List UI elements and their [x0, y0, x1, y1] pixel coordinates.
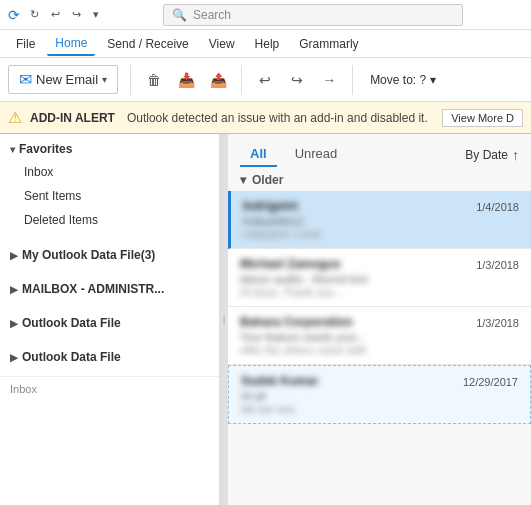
favorites-chevron: ▾	[10, 144, 15, 155]
outlook-data-file-chevron: ▶	[10, 250, 18, 261]
mailbox-label: MAILBOX - ADMINISTR...	[22, 282, 164, 296]
sidebar: ▾ Favorites Inbox Sent Items Deleted Ite…	[0, 134, 220, 505]
new-email-icon: ✉	[19, 70, 32, 89]
move-button[interactable]: 📤	[203, 65, 233, 95]
redo-btn[interactable]: ↪	[68, 6, 85, 23]
email-subject: Hi all	[241, 390, 518, 402]
outlook-data-file-2-header[interactable]: ▶ Outlook Data File	[0, 308, 219, 334]
sidebar-item-deleted[interactable]: Deleted Items	[0, 208, 219, 232]
move-to-label: Move to: ?	[370, 73, 426, 87]
outlook-data-file-header[interactable]: ▶ My Outlook Data File(3)	[0, 240, 219, 266]
outlook-data-file-3-chevron: ▶	[10, 352, 18, 363]
view-more-button[interactable]: View More D	[442, 109, 523, 127]
tab-unread[interactable]: Unread	[285, 142, 348, 167]
alert-label: ADD-IN ALERT	[30, 111, 115, 125]
mailbox-header[interactable]: ▶ MAILBOX - ADMINISTR...	[0, 274, 219, 300]
toolbar-group-actions: 🗑 📥 📤	[139, 65, 233, 95]
alert-icon: ⚠	[8, 108, 22, 127]
toolbar-divider-3	[352, 65, 353, 95]
delete-button[interactable]: 🗑	[139, 65, 169, 95]
outlook-data-file-2-label: Outlook Data File	[22, 316, 121, 330]
archive-button[interactable]: 📥	[171, 65, 201, 95]
sidebar-item-inbox[interactable]: Inbox	[0, 160, 219, 184]
email-preview: offer the others came with	[240, 344, 519, 356]
email-panel: All Unread By Date ↑ ▾ Older Indrigeint …	[228, 134, 531, 505]
group-label: Older	[252, 173, 283, 187]
toolbar-divider-1	[130, 65, 131, 95]
collapse-handle-icon: |	[223, 314, 226, 325]
move-to-button[interactable]: Move to: ? ▾	[361, 68, 445, 92]
email-preview: Hi boss, Thank you...	[240, 286, 519, 298]
redo-button[interactable]: ↪	[282, 65, 312, 95]
email-date: 1/3/2018	[476, 317, 519, 329]
email-row[interactable]: Michael Zamogus labour audits - blurred …	[228, 249, 531, 307]
new-email-label: New Email	[36, 72, 98, 87]
search-icon: 🔍	[172, 8, 187, 22]
main-layout: ▾ Favorites Inbox Sent Items Deleted Ite…	[0, 134, 531, 505]
sidebar-bottom-label: Inbox	[0, 376, 219, 401]
sidebar-separator-5	[0, 368, 219, 376]
menu-bar: File Home Send / Receive View Help Gramm…	[0, 30, 531, 58]
menu-view[interactable]: View	[201, 33, 243, 55]
toolbar: ✉ New Email ▾ 🗑 📥 📤 ↩ ↪ → Move to: ? ▾	[0, 58, 531, 102]
outlook-data-file-label: My Outlook Data File(3)	[22, 248, 155, 262]
title-bar-controls: ↻ ↩ ↪ ▾	[26, 6, 103, 23]
outlook-data-file-3-header[interactable]: ▶ Outlook Data File	[0, 342, 219, 368]
tab-all[interactable]: All	[240, 142, 277, 167]
favorites-label: Favorites	[19, 142, 72, 156]
sort-label: By Date	[465, 148, 508, 162]
menu-home[interactable]: Home	[47, 32, 95, 56]
sort-dropdown[interactable]: By Date ↑	[465, 147, 519, 163]
email-subject: Your feature needs your...	[240, 331, 519, 343]
email-row[interactable]: Sudek Kumar Hi all blk bar text 12/29/20…	[228, 365, 531, 424]
customize-btn[interactable]: ▾	[89, 6, 103, 23]
toolbar-divider-2	[241, 65, 242, 95]
email-preview: indquition 1 test	[243, 228, 519, 240]
email-subject: Indquettion1	[243, 215, 519, 227]
new-email-dropdown-arrow[interactable]: ▾	[102, 74, 107, 85]
alert-bar: ⚠ ADD-IN ALERT Outlook detected an issue…	[0, 102, 531, 134]
email-tab-bar: All Unread By Date ↑	[228, 134, 531, 167]
mailbox-chevron: ▶	[10, 284, 18, 295]
title-bar: ⟳ ↻ ↩ ↪ ▾ 🔍 Search	[0, 0, 531, 30]
email-row[interactable]: Indrigeint Indquettion1 indquition 1 tes…	[228, 191, 531, 249]
sidebar-separator-2	[0, 266, 219, 274]
sort-arrow-icon: ↑	[512, 147, 519, 163]
outlook-data-file-3-label: Outlook Data File	[22, 350, 121, 364]
title-bar-left: ⟳ ↻ ↩ ↪ ▾	[8, 6, 103, 23]
menu-send-receive[interactable]: Send / Receive	[99, 33, 196, 55]
favorites-header[interactable]: ▾ Favorites	[0, 134, 219, 160]
undo-btn[interactable]: ↩	[47, 6, 64, 23]
alert-text: Outlook detected an issue with an add-in…	[127, 111, 434, 125]
email-group-older[interactable]: ▾ Older	[228, 167, 531, 191]
group-chevron-icon: ▾	[240, 173, 246, 187]
email-date: 1/4/2018	[476, 201, 519, 213]
bottom-inbox-label: Inbox	[10, 383, 37, 395]
sidebar-separator-1	[0, 232, 219, 240]
sidebar-item-sent[interactable]: Sent Items	[0, 184, 219, 208]
email-date: 1/3/2018	[476, 259, 519, 271]
refresh-btn[interactable]: ↻	[26, 6, 43, 23]
email-list: ▾ Older Indrigeint Indquettion1 indquiti…	[228, 167, 531, 505]
toolbar-group-nav: ↩ ↪ →	[250, 65, 344, 95]
menu-help[interactable]: Help	[247, 33, 288, 55]
menu-grammarly[interactable]: Grammarly	[291, 33, 366, 55]
menu-file[interactable]: File	[8, 33, 43, 55]
outlook-icon: ⟳	[8, 7, 20, 23]
collapse-handle[interactable]: |	[220, 134, 228, 505]
search-box[interactable]: 🔍 Search	[163, 4, 463, 26]
email-preview: blk bar text	[241, 403, 518, 415]
forward-button[interactable]: →	[314, 65, 344, 95]
email-subject: labour audits - blurred text	[240, 273, 519, 285]
search-placeholder: Search	[193, 8, 231, 22]
new-email-button[interactable]: ✉ New Email ▾	[8, 65, 118, 94]
outlook-data-file-2-chevron: ▶	[10, 318, 18, 329]
undo-button[interactable]: ↩	[250, 65, 280, 95]
sidebar-separator-4	[0, 334, 219, 342]
email-date: 12/29/2017	[463, 376, 518, 388]
sidebar-separator-3	[0, 300, 219, 308]
move-to-dropdown-arrow: ▾	[430, 73, 436, 87]
email-row[interactable]: Bahara Corporation Your feature needs yo…	[228, 307, 531, 365]
